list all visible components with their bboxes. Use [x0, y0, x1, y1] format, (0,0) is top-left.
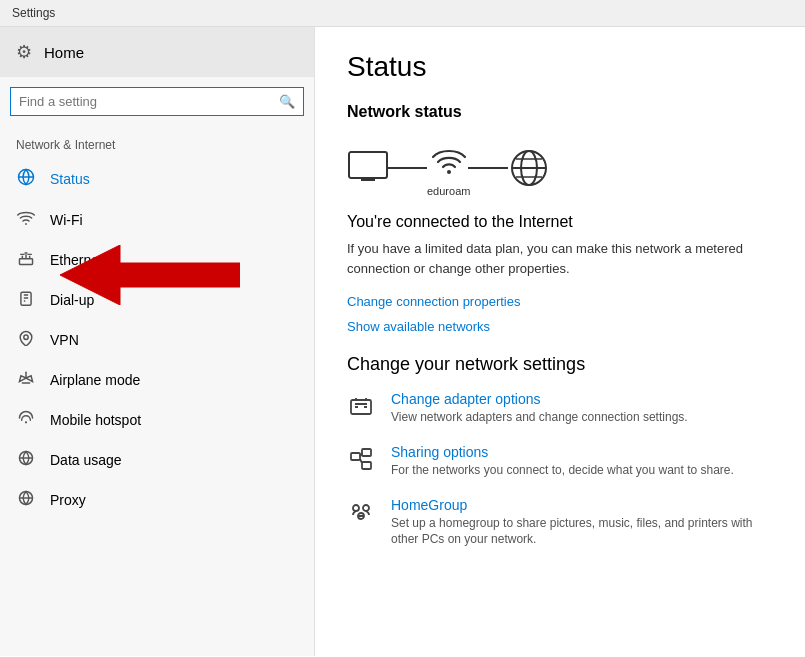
homegroup-text: HomeGroup Set up a homegroup to share pi… — [391, 497, 771, 549]
dialup-icon — [16, 290, 36, 310]
svg-point-18 — [363, 505, 369, 511]
sidebar-section-label: Network & Internet — [0, 126, 314, 158]
ethernet-icon — [16, 250, 36, 270]
svg-rect-14 — [351, 453, 360, 460]
settings-row-adapter: Change adapter options View network adap… — [347, 391, 773, 426]
show-networks-link[interactable]: Show available networks — [347, 319, 773, 334]
change-settings-title: Change your network settings — [347, 354, 773, 375]
adapter-text: Change adapter options View network adap… — [391, 391, 688, 426]
diagram-wifi-label: eduroam — [427, 185, 470, 197]
change-connection-link[interactable]: Change connection properties — [347, 294, 773, 309]
home-label: Home — [44, 44, 84, 61]
sidebar-home-item[interactable]: ⚙ Home — [0, 27, 314, 77]
search-button[interactable]: 🔍 — [271, 88, 303, 115]
homegroup-title[interactable]: HomeGroup — [391, 497, 771, 513]
network-status-title: Network status — [347, 103, 773, 121]
connected-text: You're connected to the Internet — [347, 213, 773, 231]
sidebar-item-datausage-label: Data usage — [50, 452, 122, 468]
svg-rect-3 — [21, 292, 31, 305]
diagram-globe — [508, 147, 550, 189]
diagram-pc — [347, 150, 389, 186]
sidebar-item-ethernet-label: Ethernet — [50, 252, 103, 268]
svg-rect-15 — [362, 449, 371, 456]
hotspot-icon — [16, 410, 36, 430]
settings-row-sharing: Sharing options For the networks you con… — [347, 444, 773, 479]
sharing-text: Sharing options For the networks you con… — [391, 444, 734, 479]
sidebar-item-dialup[interactable]: Dial-up — [0, 280, 314, 320]
proxy-icon — [16, 490, 36, 510]
homegroup-desc: Set up a homegroup to share pictures, mu… — [391, 515, 771, 549]
connection-description: If you have a limited data plan, you can… — [347, 239, 773, 278]
sidebar-item-proxy[interactable]: Proxy — [0, 480, 314, 520]
sidebar-item-wifi[interactable]: Wi-Fi — [0, 200, 314, 240]
svg-rect-16 — [362, 462, 371, 469]
svg-rect-9 — [349, 152, 387, 178]
title-bar-label: Settings — [12, 6, 55, 20]
adapter-desc: View network adapters and change connect… — [391, 409, 688, 426]
sidebar-item-datausage[interactable]: Data usage — [0, 440, 314, 480]
sidebar-item-ethernet[interactable]: Ethernet — [0, 240, 314, 280]
sharing-desc: For the networks you connect to, decide … — [391, 462, 734, 479]
svg-point-4 — [24, 335, 28, 339]
diagram-wifi: eduroam — [427, 139, 470, 197]
sidebar-item-dialup-label: Dial-up — [50, 292, 94, 308]
status-icon — [16, 168, 36, 190]
sidebar-item-proxy-label: Proxy — [50, 492, 86, 508]
sharing-title[interactable]: Sharing options — [391, 444, 734, 460]
page-title: Status — [347, 51, 773, 83]
svg-point-5 — [25, 421, 27, 423]
adapter-title[interactable]: Change adapter options — [391, 391, 688, 407]
sidebar-item-vpn[interactable]: VPN — [0, 320, 314, 360]
network-diagram: eduroam — [347, 139, 773, 197]
homegroup-icon — [347, 499, 375, 531]
svg-rect-2 — [19, 259, 32, 265]
sidebar-item-vpn-label: VPN — [50, 332, 79, 348]
sidebar-item-airplane[interactable]: Airplane mode — [0, 360, 314, 400]
sidebar-item-status-label: Status — [50, 171, 90, 187]
settings-row-homegroup: HomeGroup Set up a homegroup to share pi… — [347, 497, 773, 549]
vpn-icon — [16, 330, 36, 350]
home-icon: ⚙ — [16, 41, 32, 63]
sidebar-item-wifi-label: Wi-Fi — [50, 212, 83, 228]
title-bar: Settings — [0, 0, 805, 27]
wifi-icon — [16, 210, 36, 230]
sidebar-item-airplane-label: Airplane mode — [50, 372, 140, 388]
svg-rect-13 — [351, 400, 371, 414]
svg-point-17 — [353, 505, 359, 511]
sidebar: ⚙ Home 🔍 Network & Internet Status — [0, 27, 315, 656]
sharing-icon — [347, 446, 375, 478]
search-input[interactable] — [11, 88, 271, 115]
sidebar-item-hotspot-label: Mobile hotspot — [50, 412, 141, 428]
main-content: Status Network status edu — [315, 27, 805, 656]
adapter-icon — [347, 393, 375, 425]
sidebar-item-hotspot[interactable]: Mobile hotspot — [0, 400, 314, 440]
svg-point-1 — [25, 223, 27, 225]
search-box: 🔍 — [10, 87, 304, 116]
airplane-icon — [16, 370, 36, 390]
sidebar-item-status[interactable]: Status — [0, 158, 314, 200]
datausage-icon — [16, 450, 36, 470]
svg-point-10 — [447, 170, 451, 174]
